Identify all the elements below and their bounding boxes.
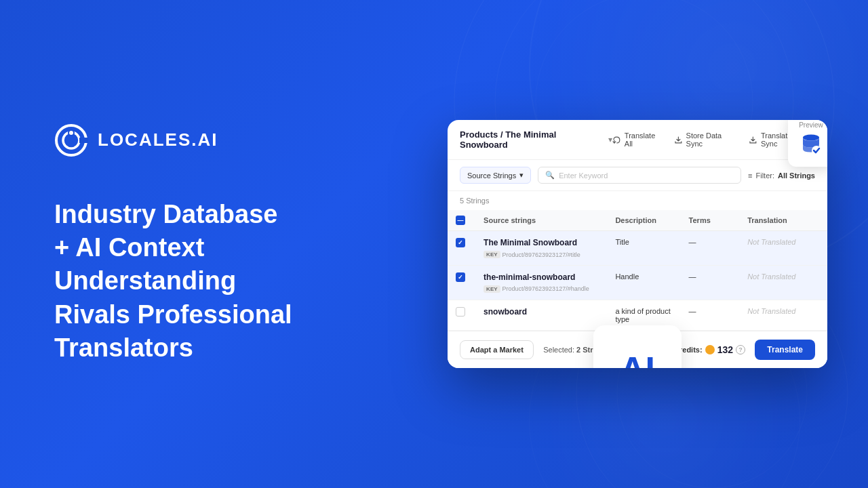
store-sync-button[interactable]: Store Data Sync	[674, 131, 739, 148]
hero-line-3: Understanding	[54, 264, 393, 298]
search-input: Enter Keyword	[559, 171, 608, 180]
preview-label: Preview	[799, 121, 823, 129]
header-checkbox-icon: —	[458, 217, 464, 224]
right-panel: Preview Products / The Minimal Snowboard	[434, 93, 868, 394]
header-actions: Translate All Store Data Sync	[612, 131, 815, 148]
logo-icon	[54, 123, 88, 157]
breadcrumb[interactable]: Products / The Minimal Snowboard ▾	[460, 129, 612, 150]
row2-source-text: the-minimal-snowboard	[484, 272, 599, 283]
search-box[interactable]: 🔍 Enter Keyword	[538, 167, 741, 184]
database-icon	[799, 131, 823, 159]
translate-button[interactable]: Translate	[755, 340, 815, 360]
row1-translation-status: Not Translated	[747, 238, 795, 246]
row1-checkbox-checked-icon	[456, 238, 465, 247]
logo-brand-text: LOCALES.AI	[98, 129, 218, 150]
row3-translation-cell: Not Translated	[739, 300, 827, 330]
row1-key-area: KEY Product/897623923127/#title	[484, 251, 599, 258]
credits-value: 132	[717, 344, 733, 355]
data-table: — Source strings Description Terms Trans…	[448, 210, 827, 330]
card-header: Products / The Minimal Snowboard ▾ Trans…	[448, 120, 827, 160]
hero-text: Industry Database + AI Context Understan…	[54, 198, 393, 365]
source-dropdown-chevron-icon: ▾	[519, 171, 524, 180]
row3-translation-status: Not Translated	[747, 307, 795, 315]
ai-text-label: AI	[620, 352, 655, 367]
hero-line-1: Industry Database	[54, 198, 393, 231]
row3-source-text: snowboard	[484, 307, 599, 318]
th-terms: Terms	[681, 210, 740, 231]
info-icon[interactable]: ?	[736, 345, 745, 354]
row3-checkbox-cell[interactable]	[448, 300, 475, 330]
translate-all-label: Translate All	[625, 131, 665, 148]
hero-line-4: Rivals Professional	[54, 298, 393, 331]
search-icon: 🔍	[545, 171, 555, 180]
translation-sync-icon	[749, 136, 757, 144]
filter-value: All Strings	[778, 171, 815, 180]
hero-line-2: + AI Context	[54, 231, 393, 264]
logo-area: LOCALES.AI	[54, 123, 393, 157]
strings-count: 5 Strings	[448, 191, 827, 210]
row2-key-area: KEY Product/897623923127/#handle	[484, 285, 599, 293]
ai-overlay: AI	[593, 325, 682, 367]
row2-description-cell: Handle	[607, 266, 680, 300]
row2-translation-cell: Not Translated	[739, 266, 827, 300]
th-description: Description	[607, 210, 680, 231]
translate-all-icon	[612, 136, 621, 144]
svg-rect-11	[79, 138, 88, 143]
th-source-strings: Source strings	[475, 210, 607, 231]
row2-key-text: Product/897623923127/#handle	[502, 285, 589, 292]
key-badge-icon: KEY	[484, 285, 500, 293]
table-row[interactable]: The Minimal Snowboard KEY Product/897623…	[448, 231, 827, 266]
table-body: The Minimal Snowboard KEY Product/897623…	[448, 231, 827, 330]
row1-source-text: The Minimal Snowboard	[484, 238, 599, 249]
svg-point-12	[803, 135, 819, 141]
row3-source-cell: snowboard	[475, 300, 607, 330]
preview-badge: Preview	[788, 120, 827, 167]
store-sync-icon	[674, 136, 683, 144]
breadcrumb-text: Products / The Minimal Snowboard	[460, 129, 604, 150]
coin-icon	[705, 345, 715, 354]
left-panel: LOCALES.AI Industry Database + AI Contex…	[0, 83, 434, 406]
table-header: — Source strings Description Terms Trans…	[448, 210, 827, 231]
row2-terms-cell: —	[681, 266, 740, 300]
row3-terms-cell: —	[681, 300, 740, 330]
card-toolbar: Source Strings ▾ 🔍 Enter Keyword ≡ Filte…	[448, 160, 827, 191]
selected-label: Selected:	[543, 346, 574, 354]
adapt-market-button[interactable]: Adapt a Market	[460, 340, 534, 359]
row1-source-cell: The Minimal Snowboard KEY Product/897623…	[475, 231, 607, 266]
translate-all-button[interactable]: Translate All	[612, 131, 665, 148]
row2-checkbox-cell[interactable]	[448, 266, 475, 300]
source-strings-dropdown[interactable]: Source Strings ▾	[460, 167, 531, 184]
row1-terms-cell: —	[681, 231, 740, 266]
table-container: — Source strings Description Terms Trans…	[448, 210, 827, 330]
row2-translation-status: Not Translated	[747, 272, 795, 281]
row2-checkbox-checked-icon	[456, 272, 465, 282]
store-sync-label: Store Data Sync	[686, 131, 740, 148]
row3-checkbox-unchecked-icon	[456, 307, 465, 317]
filter-area[interactable]: ≡ Filter: All Strings	[748, 171, 815, 180]
filter-icon: ≡	[748, 171, 752, 180]
ui-card: Preview Products / The Minimal Snowboard	[448, 120, 827, 367]
filter-label: Filter:	[755, 171, 774, 180]
th-checkbox: —	[448, 210, 475, 231]
row1-key-text: Product/897623923127/#title	[502, 251, 580, 258]
row1-checkbox-cell[interactable]	[448, 231, 475, 266]
th-translation: Translation	[739, 210, 827, 231]
source-strings-label: Source Strings	[467, 171, 516, 180]
row2-source-cell: the-minimal-snowboard KEY Product/897623…	[475, 266, 607, 300]
row1-description-cell: Title	[607, 231, 680, 266]
key-badge-icon: KEY	[484, 251, 500, 258]
table-row[interactable]: the-minimal-snowboard KEY Product/897623…	[448, 266, 827, 300]
svg-point-10	[69, 131, 73, 135]
row1-translation-cell: Not Translated	[739, 231, 827, 266]
hero-line-5: Translators	[54, 331, 393, 365]
